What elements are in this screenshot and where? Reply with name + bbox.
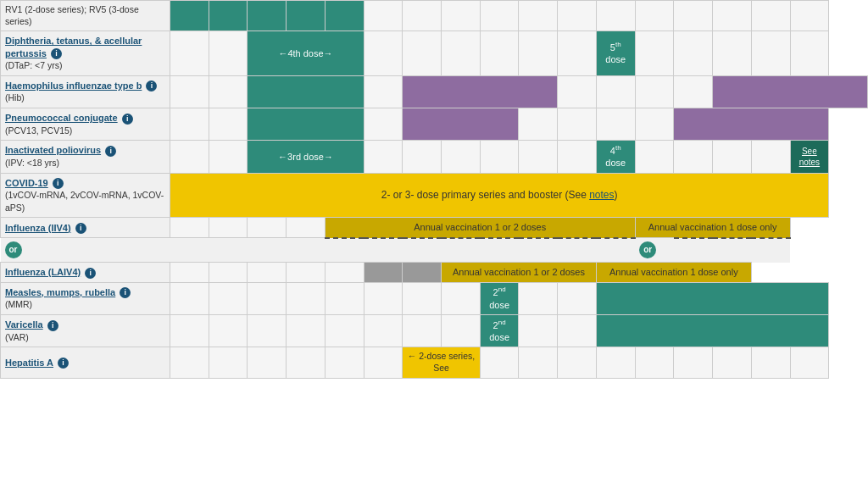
hib-link[interactable]: Haemophilus influenzae type b: [5, 80, 142, 91]
or-spacer1: [170, 238, 326, 263]
laiv4-2mo: [248, 263, 287, 283]
table-row-covid: COVID-19 i (1vCOV-mRNA, 2vCOV-mRNA, 1vCO…: [1, 173, 868, 218]
dtap-11yr: [674, 31, 713, 76]
iiiv4-info-icon[interactable]: i: [75, 223, 86, 234]
dtap-7yr: [635, 31, 674, 76]
mmr-2yr: [558, 282, 597, 314]
hepa-9mo: [364, 347, 403, 378]
laiv4-4mo: [287, 263, 326, 283]
mmr-4mo: [287, 282, 326, 314]
laiv4-link[interactable]: Influenza (LAIV4): [5, 267, 81, 277]
pcv-4yr: [596, 108, 635, 141]
table-row-mmr: Measles, mumps, rubella i (MMR) 2nddose: [1, 282, 868, 314]
mmr-subtitle: (MMR): [5, 299, 32, 309]
var-info-icon[interactable]: i: [47, 320, 58, 331]
table-row-var: Varicella i (VAR) 2nddose: [1, 315, 868, 347]
ipv-notes-link[interactable]: See notes: [799, 147, 820, 167]
laiv4-1mo: [209, 263, 248, 283]
dtap-subtitle: (DTaP: <7 yrs): [5, 60, 62, 70]
rv-cell-15mo: [442, 1, 481, 31]
or-badge: or: [5, 241, 22, 258]
covid-link[interactable]: COVID-19: [5, 178, 48, 188]
hepa-1mo: [209, 347, 248, 378]
or-divider-row: or or: [1, 238, 868, 263]
mmr-1mo: [209, 282, 248, 314]
laiv4-info-icon[interactable]: i: [85, 268, 96, 279]
ipv-link[interactable]: Inactivated poliovirus: [5, 145, 101, 155]
rv-cell-4mo: [287, 1, 326, 31]
pcv-link[interactable]: Pneumococcal conjugate: [5, 113, 118, 123]
ipv-info-icon[interactable]: i: [105, 146, 116, 157]
var-dose2-cell: 2nddose: [480, 315, 519, 347]
table-row-iiiv4: Influenza (IIV4) i Annual vaccination 1 …: [1, 218, 868, 238]
rv-cell-birth: [170, 1, 209, 31]
ipv-1mo: [209, 141, 248, 173]
pcv-2yr: [558, 108, 597, 141]
ipv-dose3-cell: ←3rd dose→: [248, 141, 364, 173]
pcv-19mo: [519, 108, 558, 141]
hepa-18mo: [480, 347, 519, 378]
rv-cell-13yr: [713, 1, 752, 31]
dtap-13yr: [713, 31, 752, 76]
var-2mo: [248, 315, 287, 347]
hepa-info-icon[interactable]: i: [58, 358, 69, 369]
vaccine-name-covid: COVID-19 i (1vCOV-mRNA, 2vCOV-mRNA, 1vCO…: [1, 173, 170, 218]
hib-9mo: [364, 75, 403, 108]
hepa-link[interactable]: Hepatitis A: [5, 358, 53, 368]
hib-teal1: [248, 75, 364, 108]
ipv-birth: [170, 141, 209, 173]
mmr-link[interactable]: Measles, mumps, rubella: [5, 287, 115, 297]
dtap-dose5-cell: 5thdose: [596, 31, 635, 76]
iiiv4-4mo: [287, 218, 326, 238]
hib-info-icon[interactable]: i: [146, 80, 157, 92]
var-12mo: [403, 315, 442, 347]
or-badge-right-cell: or: [635, 238, 674, 263]
mmr-info-icon[interactable]: i: [120, 287, 131, 298]
laiv4-annual1-cell: Annual vaccination 1 or 2 doses: [442, 263, 597, 283]
hepa-2yr: [558, 347, 597, 378]
iiiv4-link[interactable]: Influenza (IIV4): [5, 223, 71, 233]
mmr-15mo: [442, 282, 481, 314]
hepa-4yr: [596, 347, 635, 378]
dtap-birth: [170, 31, 209, 76]
vaccine-name-rv: RV1 (2-dose series); RV5 (3-dose series): [1, 1, 170, 31]
covid-notes-link[interactable]: notes: [589, 189, 614, 201]
dtap-1mo: [209, 31, 248, 76]
ipv-seenotes-cell: See notes: [790, 141, 829, 173]
vaccine-name-pcv: Pneumococcal conjugate i (PCV13, PCV15): [1, 108, 170, 141]
pcv-info-icon[interactable]: i: [122, 114, 133, 125]
rv-cell-6mo: [325, 1, 364, 31]
or-spacer2: [674, 238, 790, 263]
mmr-dose2-cell: 2nddose: [480, 282, 519, 314]
hepa-2dose-cell: ← 2-dose series, See: [403, 347, 480, 378]
dtap-link[interactable]: Diphtheria, tetanus, & acellular pertuss…: [5, 36, 142, 58]
covid-info-icon[interactable]: i: [53, 178, 64, 189]
covid-subtitle: (1vCOV-mRNA, 2vCOV-mRNA, 1vCOV-aPS): [5, 190, 164, 213]
ipv-2yr: [558, 141, 597, 173]
hepa-6mo: [325, 347, 364, 378]
hepa-16yr: [751, 347, 790, 378]
ipv-9mo: [364, 141, 403, 173]
hepa-13yr: [713, 347, 752, 378]
vaccine-name-var: Varicella i (VAR): [1, 315, 170, 347]
iiiv4-annual1-cell: Annual vaccination 1 or 2 doses: [325, 218, 635, 238]
dtap-2yr: [558, 31, 597, 76]
ipv-19mo: [519, 141, 558, 173]
table-row-hib: Haemophilus influenzae type b i (Hib): [1, 75, 868, 108]
vaccine-name-dtap: Diphtheria, tetanus, & acellular pertuss…: [1, 31, 170, 76]
vaccination-schedule-table: RV1 (2-dose series); RV5 (3-dose series)…: [0, 0, 868, 379]
var-link[interactable]: Varicella: [5, 319, 43, 330]
dtap-info-icon[interactable]: i: [51, 48, 62, 59]
ipv-7yr: [635, 141, 674, 173]
table-row-pcv: Pneumococcal conjugate i (PCV13, PCV15): [1, 108, 868, 141]
pcv-purple: [403, 108, 519, 141]
hepa-11yr: [674, 347, 713, 378]
hib-purple: [403, 75, 558, 108]
iiiv4-1mo: [209, 218, 248, 238]
dtap-12mo: [403, 31, 442, 76]
table-row-laiv4: Influenza (LAIV4) i Annual vaccination 1…: [1, 263, 868, 283]
rv-cell-11yr: [674, 1, 713, 31]
ipv-18mo: [480, 141, 519, 173]
vaccine-name-hib: Haemophilus influenzae type b i (Hib): [1, 75, 170, 108]
rv-cell-17yr: [790, 1, 829, 31]
